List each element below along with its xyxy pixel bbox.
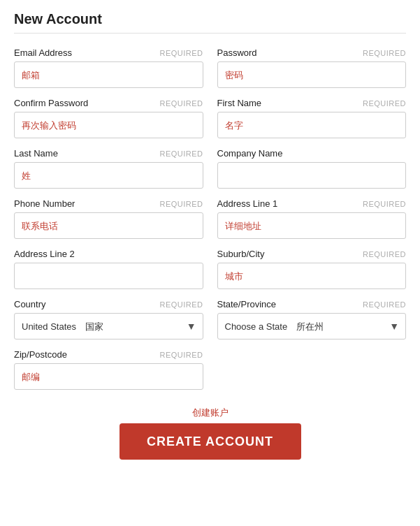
- company-name-label: Company Name: [217, 148, 283, 159]
- last-name-input[interactable]: [14, 162, 203, 189]
- email-label: Email Address: [14, 48, 72, 58]
- confirm-password-required: REQUIRED: [159, 99, 203, 108]
- address1-input[interactable]: [217, 212, 407, 239]
- company-name-field-group: Company Name: [217, 148, 407, 189]
- country-field-group: Country REQUIRED United States 国家 China …: [14, 299, 203, 339]
- address1-label-row: Address Line 1 REQUIRED: [217, 198, 407, 209]
- city-label: Suburb/City: [217, 249, 265, 259]
- zip-label-row: Zip/Postcode REQUIRED: [14, 349, 203, 360]
- create-account-link[interactable]: 创建账户: [14, 407, 406, 419]
- email-field-group: Email Address REQUIRED: [14, 48, 203, 88]
- phone-input[interactable]: [14, 212, 203, 239]
- company-name-input[interactable]: [217, 162, 407, 189]
- phone-required: REQUIRED: [159, 200, 203, 208]
- new-account-form: New Account Email Address REQUIRED Passw…: [0, 0, 420, 474]
- email-required: REQUIRED: [159, 49, 203, 57]
- form-grid: Email Address REQUIRED Password REQUIRED…: [14, 48, 406, 400]
- password-input[interactable]: [217, 61, 407, 88]
- address2-input[interactable]: [14, 263, 203, 289]
- address1-label: Address Line 1: [217, 198, 278, 209]
- country-required: REQUIRED: [159, 300, 203, 309]
- country-select-wrapper: United States 国家 China United Kingdom Au…: [14, 313, 203, 339]
- state-select-wrapper: Choose a State 所在州 California Texas New …: [217, 313, 407, 339]
- zip-label: Zip/Postcode: [14, 349, 67, 360]
- city-field-group: Suburb/City REQUIRED: [217, 249, 407, 289]
- zip-field-group: Zip/Postcode REQUIRED: [14, 349, 203, 390]
- zip-required: REQUIRED: [159, 351, 203, 359]
- email-input[interactable]: [14, 61, 203, 88]
- city-input[interactable]: [217, 263, 407, 289]
- city-required: REQUIRED: [363, 250, 406, 258]
- bottom-section: 创建账户 CREATE ACCOUNT: [14, 407, 406, 460]
- phone-field-group: Phone Number REQUIRED: [14, 198, 203, 239]
- last-name-field-group: Last Name REQUIRED: [14, 148, 203, 189]
- first-name-field-group: First Name REQUIRED: [217, 98, 407, 138]
- confirm-password-input[interactable]: [14, 112, 203, 138]
- country-label-row: Country REQUIRED: [14, 299, 203, 309]
- phone-label: Phone Number: [14, 198, 75, 209]
- company-name-label-row: Company Name: [217, 148, 407, 159]
- first-name-label-row: First Name REQUIRED: [217, 98, 407, 108]
- phone-label-row: Phone Number REQUIRED: [14, 198, 203, 209]
- city-label-row: Suburb/City REQUIRED: [217, 249, 407, 259]
- last-name-label-row: Last Name REQUIRED: [14, 148, 203, 159]
- confirm-password-label-row: Confirm Password REQUIRED: [14, 98, 203, 108]
- zip-input[interactable]: [14, 363, 203, 390]
- first-name-required: REQUIRED: [363, 99, 406, 108]
- last-name-label: Last Name: [14, 148, 58, 159]
- address1-field-group: Address Line 1 REQUIRED: [217, 198, 407, 239]
- country-label: Country: [14, 299, 46, 309]
- address2-label: Address Line 2: [14, 249, 75, 259]
- password-label: Password: [217, 48, 257, 58]
- address2-field-group: Address Line 2: [14, 249, 203, 289]
- address1-required: REQUIRED: [363, 200, 406, 208]
- first-name-input[interactable]: [217, 112, 407, 138]
- password-label-row: Password REQUIRED: [217, 48, 407, 58]
- country-select[interactable]: United States 国家 China United Kingdom Au…: [14, 313, 203, 339]
- create-account-button[interactable]: CREATE ACCOUNT: [120, 423, 301, 460]
- password-required: REQUIRED: [363, 49, 406, 57]
- state-required: REQUIRED: [363, 300, 406, 309]
- address2-label-row: Address Line 2: [14, 249, 203, 259]
- confirm-password-field-group: Confirm Password REQUIRED: [14, 98, 203, 138]
- state-field-group: State/Province REQUIRED Choose a State 所…: [217, 299, 407, 339]
- page-title: New Account: [14, 11, 406, 34]
- last-name-required: REQUIRED: [159, 149, 203, 158]
- email-label-row: Email Address REQUIRED: [14, 48, 203, 58]
- password-field-group: Password REQUIRED: [217, 48, 407, 88]
- state-label-row: State/Province REQUIRED: [217, 299, 407, 309]
- state-label: State/Province: [217, 299, 277, 309]
- confirm-password-label: Confirm Password: [14, 98, 88, 108]
- first-name-label: First Name: [217, 98, 262, 108]
- state-select[interactable]: Choose a State 所在州 California Texas New …: [217, 313, 407, 339]
